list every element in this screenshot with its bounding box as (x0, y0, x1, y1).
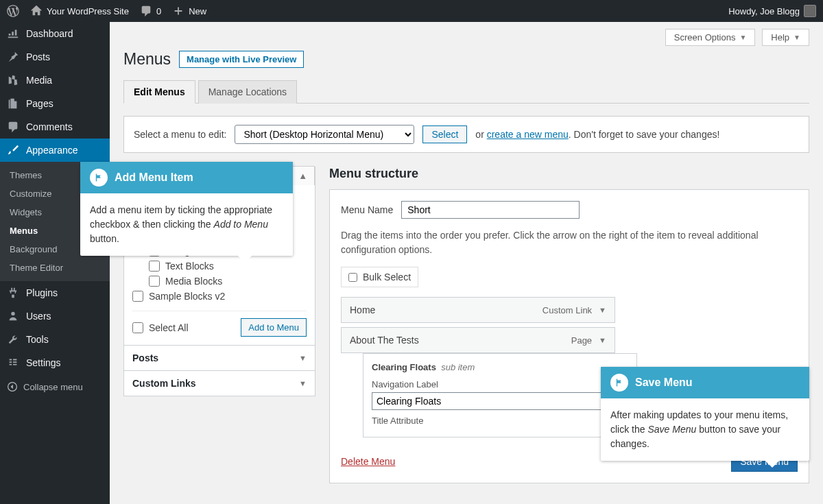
sidebar-item-posts[interactable]: Posts (0, 45, 110, 69)
accordion-custom-links[interactable]: Custom Links▼ (123, 370, 315, 396)
nav-label-input[interactable] (372, 392, 628, 410)
brush-icon (7, 144, 19, 156)
collapse-menu[interactable]: Collapse menu (0, 374, 110, 399)
callout-save-menu: Save Menu After making updates to your m… (601, 367, 809, 461)
tab-manage-locations[interactable]: Manage Locations (198, 80, 297, 104)
sidebar-sub-theme-editor[interactable]: Theme Editor (0, 259, 110, 277)
title-attr-label: Title Attribute (372, 416, 628, 426)
admin-sidebar: Dashboard Posts Media Pages Comments App… (0, 22, 110, 504)
collapse-icon (7, 381, 18, 392)
tab-edit-menus[interactable]: Edit Menus (123, 80, 195, 104)
select-button[interactable]: Select (422, 125, 467, 143)
media-icon (7, 74, 19, 86)
new-link[interactable]: New (172, 5, 206, 17)
sidebar-item-dashboard[interactable]: Dashboard (0, 22, 110, 45)
structure-hint: Drag the items into the order you prefer… (341, 228, 798, 257)
users-icon (7, 310, 19, 322)
menu-select-box: Select a menu to edit: Short (Desktop Ho… (123, 116, 809, 153)
tab-nav: Edit Menus Manage Locations (123, 80, 809, 104)
chevron-up-icon: ▲ (298, 171, 307, 181)
pin-icon (7, 51, 19, 63)
site-name[interactable]: Your WordPress Site (30, 5, 129, 17)
help-button[interactable]: Help▼ (762, 29, 809, 46)
settings-icon (7, 357, 19, 369)
nav-label-label: Navigation Label (372, 379, 628, 389)
tools-icon (7, 333, 19, 346)
sidebar-item-plugins[interactable]: Plugins (0, 281, 110, 304)
sidebar-item-settings[interactable]: Settings (0, 351, 110, 374)
chevron-down-icon: ▼ (739, 34, 746, 41)
page-checkbox-item[interactable]: Sample Blocks v2 (132, 289, 307, 304)
page-checkbox-item[interactable]: Media Blocks (132, 274, 307, 289)
select-menu-label: Select a menu to edit: (134, 129, 226, 140)
wp-logo[interactable] (7, 5, 19, 17)
dashboard-icon (7, 27, 19, 40)
menu-name-input[interactable] (401, 201, 580, 219)
add-to-menu-button[interactable]: Add to Menu (241, 318, 307, 337)
sidebar-item-media[interactable]: Media (0, 69, 110, 92)
sidebar-item-appearance[interactable]: Appearance (0, 139, 110, 162)
flag-icon (610, 374, 628, 392)
accordion-collapse-toggle[interactable]: ▲ (291, 166, 315, 185)
create-menu-link[interactable]: create a new menu (487, 129, 569, 140)
bulk-select[interactable]: Bulk Select (341, 267, 418, 287)
screen-options-button[interactable]: Screen Options▼ (665, 29, 756, 46)
chevron-down-icon: ▼ (299, 379, 307, 387)
menu-select[interactable]: Short (Desktop Horizontal Menu) (235, 125, 414, 144)
comment-icon (7, 121, 19, 133)
menu-name-label: Menu Name (341, 204, 393, 215)
sidebar-item-users[interactable]: Users (0, 304, 110, 328)
pages-icon (7, 97, 19, 110)
comment-icon (140, 5, 152, 17)
select-all[interactable]: Select All (132, 320, 189, 335)
avatar (804, 5, 816, 17)
home-icon (30, 5, 43, 17)
accordion-posts[interactable]: Posts▼ (123, 345, 315, 371)
page-title: Menus (123, 50, 171, 69)
callout-add-menu-item: Add Menu Item Add a menu item by ticking… (80, 162, 293, 256)
admin-bar: Your WordPress Site 0 New Howdy, Joe Blo… (0, 0, 823, 22)
flag-icon (90, 169, 108, 187)
sidebar-item-pages[interactable]: Pages (0, 92, 110, 115)
chevron-down-icon: ▼ (299, 354, 307, 362)
sidebar-item-comments[interactable]: Comments (0, 115, 110, 139)
chevron-down-icon: ▼ (599, 336, 606, 344)
live-preview-button[interactable]: Manage with Live Preview (179, 51, 304, 68)
menu-item-open-clearing-floats: Clearing Floats sub item Navigation Labe… (363, 353, 637, 437)
chevron-down-icon: ▼ (794, 34, 800, 41)
greeting[interactable]: Howdy, Joe Blogg (728, 5, 816, 17)
menu-item-home[interactable]: Home Custom Link▼ (341, 297, 615, 323)
menu-item-about[interactable]: About The Tests Page▼ (341, 327, 615, 353)
chevron-down-icon: ▼ (599, 306, 606, 314)
sidebar-item-tools[interactable]: Tools (0, 328, 110, 351)
structure-heading: Menu structure (329, 167, 809, 181)
wordpress-icon (7, 5, 19, 17)
plus-icon (172, 5, 184, 17)
page-checkbox-item[interactable]: Text Blocks (132, 259, 307, 274)
plugin-icon (7, 287, 19, 299)
delete-menu-link[interactable]: Delete Menu (341, 456, 395, 467)
comments-link[interactable]: 0 (140, 5, 161, 17)
